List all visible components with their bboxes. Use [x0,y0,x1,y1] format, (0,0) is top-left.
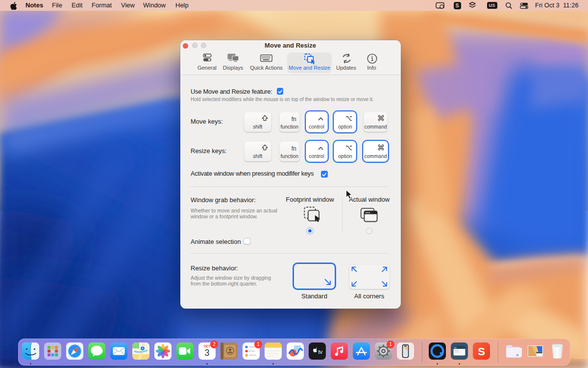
svg-text:×: × [516,353,518,358]
svg-text:3: 3 [204,348,209,358]
svg-text:OCT: OCT [204,344,211,348]
svg-text:tv: tv [318,349,323,355]
svg-text:S: S [478,345,485,358]
